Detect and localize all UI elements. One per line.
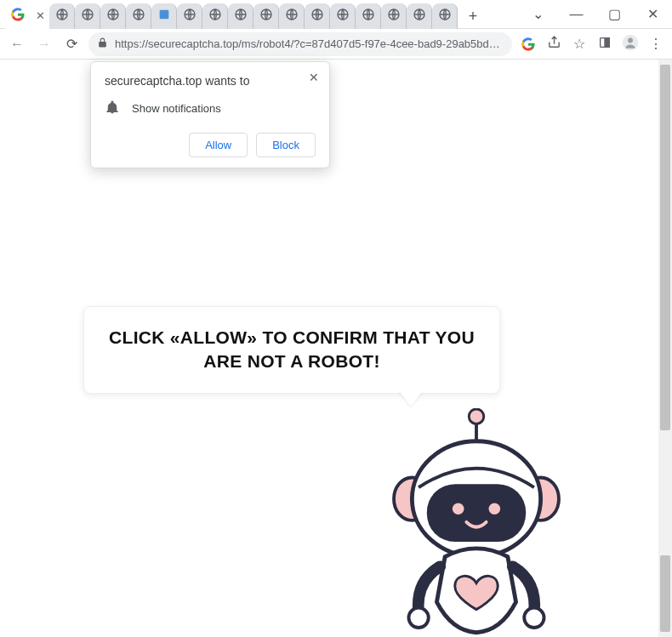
address-text: https://securecaptcha.top/ms/robot4/?c=8… [115,37,504,50]
speech-tail [399,391,423,407]
reload-icon: ⟳ [66,36,77,52]
tab-bg[interactable] [407,3,432,29]
plus-icon: + [469,8,478,26]
bell-icon [105,100,120,117]
back-button[interactable]: ← [7,34,27,54]
share-icon [547,35,561,53]
tab-bg[interactable] [279,3,305,29]
globe-icon [106,8,120,25]
close-icon: ✕ [647,6,658,22]
window-minimize[interactable]: — [557,2,595,27]
globe-icon [132,8,145,25]
globe-icon [362,8,375,25]
tab-bg[interactable] [305,3,330,29]
svg-point-19 [628,37,633,43]
notification-permission-popup: ✕ securecaptcha.top wants to Show notifi… [90,61,330,168]
svg-point-33 [408,608,428,628]
lock-icon [97,37,108,51]
globe-icon [81,8,94,25]
profile-icon [622,34,639,54]
favicon-google-icon [11,8,25,25]
reading-list-button[interactable] [595,35,614,54]
svg-point-31 [453,503,464,515]
minimize-icon: — [570,7,584,22]
popup-title: securecaptcha.top wants to [105,74,316,88]
instruction-text: CLICK «ALLOW» TO CONFIRM THAT YOU ARE NO… [105,326,479,374]
globe-icon [310,8,324,25]
robot-illustration [366,408,587,637]
tab-bg[interactable] [330,3,356,29]
share-button[interactable] [544,35,563,54]
tab-bg[interactable] [253,3,279,29]
scroll-thumb[interactable] [660,65,670,430]
tab-bg[interactable] [177,3,202,29]
new-tab-button[interactable]: + [461,5,485,29]
globe-icon [438,8,452,25]
reading-list-icon [598,36,612,53]
window-close[interactable]: ✕ [634,2,672,27]
window-dropdown[interactable]: ⌄ [519,2,557,27]
app-icon [157,8,171,25]
vertical-scrollbar[interactable] [658,60,672,637]
tab-bg[interactable] [75,3,100,29]
address-bar[interactable]: https://securecaptcha.top/ms/robot4/?c=8… [88,32,512,56]
menu-button[interactable]: ⋮ [646,35,665,54]
svg-point-26 [469,409,483,424]
toolbar: ← → ⟳ https://securecaptcha.top/ms/robot… [0,29,672,60]
scroll-thumb-lower[interactable] [660,555,670,632]
globe-icon [336,8,350,25]
kebab-icon: ⋮ [649,36,663,52]
bookmark-button[interactable]: ☆ [570,35,589,54]
tab-bg[interactable] [202,3,228,29]
svg-rect-17 [605,37,609,47]
speech-bubble: CLICK «ALLOW» TO CONFIRM THAT YOU ARE NO… [83,306,500,394]
tab-bg[interactable] [151,3,177,29]
arrow-left-icon: ← [10,37,24,52]
close-icon: ✕ [309,71,319,84]
permission-item: Show notifications [105,100,316,117]
tab-bg[interactable] [228,3,253,29]
titlebar: ✕ + ⌄ — ▢ ✕ [0,0,672,29]
popup-close-button[interactable]: ✕ [309,71,319,84]
star-icon: ☆ [573,36,585,52]
tab-strip: ✕ + [0,0,519,29]
globe-icon [234,8,248,25]
window-maximize[interactable]: ▢ [595,2,634,27]
chevron-down-icon: ⌄ [532,6,544,22]
tab-bg[interactable] [100,3,126,29]
tab-1-close[interactable]: ✕ [31,3,49,29]
globe-icon [259,8,273,25]
google-services-icon[interactable] [519,35,538,54]
close-icon: ✕ [36,9,45,22]
reload-button[interactable]: ⟳ [61,34,82,54]
block-button[interactable]: Block [256,133,316,157]
arrow-right-icon: → [37,37,51,52]
tab-bg[interactable] [356,3,381,29]
forward-button[interactable]: → [34,34,54,54]
globe-icon [285,8,299,25]
permission-label: Show notifications [132,102,221,115]
window-controls: ⌄ — ▢ ✕ [519,2,672,27]
tab-bg[interactable] [49,3,75,29]
globe-icon [183,8,196,25]
svg-point-34 [524,608,544,628]
svg-point-32 [489,503,501,515]
allow-button[interactable]: Allow [189,133,248,157]
tab-bg[interactable] [381,3,407,29]
popup-buttons: Allow Block [105,133,316,157]
globe-icon [387,8,401,25]
globe-icon [208,8,222,25]
svg-rect-4 [159,9,168,19]
globe-icon [55,8,69,25]
tab-active[interactable] [5,3,31,29]
globe-icon [413,8,426,25]
tab-bg[interactable] [126,3,151,29]
tab-bg[interactable] [432,3,458,29]
svg-rect-30 [427,484,526,542]
maximize-icon: ▢ [608,6,621,22]
profile-button[interactable] [621,35,640,54]
